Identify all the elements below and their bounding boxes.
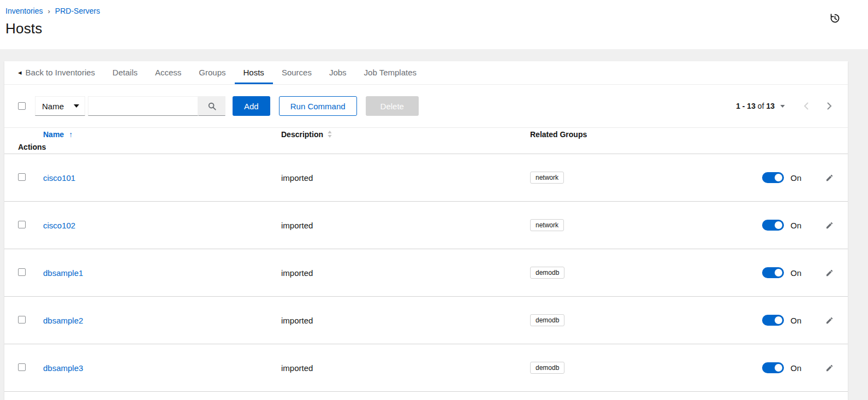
tab-back-label: Back to Inventories: [26, 68, 96, 77]
toggle-state-label: On: [790, 363, 801, 373]
tab-back-to-inventories[interactable]: ◂ Back to Inventories: [9, 61, 104, 84]
host-enabled-toggle[interactable]: [762, 267, 784, 278]
table-header-row: Name ↑ Description Related Groups Action…: [4, 128, 848, 154]
pagination-of-label: of: [758, 102, 764, 110]
tab-label: Sources: [282, 68, 312, 77]
tab-label: Groups: [199, 68, 225, 77]
host-description: imported: [281, 268, 530, 278]
search-icon: [208, 102, 216, 110]
host-name-link[interactable]: dbsample3: [43, 363, 83, 373]
toggle-knob: [775, 269, 782, 277]
inventory-hosts-panel: ◂ Back to Inventories Details Access Gro…: [4, 61, 848, 400]
host-enabled-toggle[interactable]: [762, 172, 784, 183]
filter-key-value: Name: [42, 102, 64, 111]
search-group: [88, 96, 225, 116]
breadcrumb-link-inventories[interactable]: Inventories: [5, 7, 43, 15]
pagination-range: 1 - 13: [736, 102, 756, 110]
column-header-actions: Actions: [18, 143, 43, 151]
history-button[interactable]: [828, 11, 842, 25]
toolbar-right: 1 - 13 of 13: [736, 99, 835, 113]
related-group-chip[interactable]: demodb: [530, 267, 564, 279]
hosts-table-body: cisco101 imported network On cisco102 im…: [4, 154, 848, 392]
tab-hosts[interactable]: Hosts: [235, 61, 273, 84]
related-group-chip[interactable]: network: [530, 219, 564, 231]
related-group-chip[interactable]: demodb: [530, 362, 564, 374]
host-description: imported: [281, 221, 530, 230]
related-group-chip[interactable]: network: [530, 172, 564, 184]
edit-host-button[interactable]: [824, 220, 835, 231]
next-page-button[interactable]: [824, 99, 835, 113]
toggle-state-label: On: [790, 221, 801, 230]
host-name-link[interactable]: dbsample2: [43, 316, 83, 325]
toggle-state-label: On: [790, 268, 801, 278]
breadcrumb-link-inventory[interactable]: PRD-Servers: [55, 7, 100, 15]
chevron-right-icon: [827, 102, 832, 110]
tab-access[interactable]: Access: [146, 61, 190, 84]
pagination-dropdown[interactable]: 1 - 13 of 13: [736, 102, 785, 110]
pagination-total: 13: [766, 102, 775, 110]
host-description: imported: [281, 173, 530, 183]
add-button[interactable]: Add: [233, 96, 270, 116]
breadcrumb: Inventories › PRD-Servers: [5, 5, 843, 15]
tab-job-templates[interactable]: Job Templates: [355, 61, 425, 84]
pencil-icon: [825, 364, 834, 372]
edit-host-button[interactable]: [824, 267, 835, 279]
tab-label: Details: [112, 68, 138, 77]
history-icon: [829, 13, 841, 24]
host-enabled-toggle[interactable]: [762, 220, 784, 231]
toggle-knob: [775, 364, 782, 372]
select-all-checkbox[interactable]: [18, 102, 26, 110]
table-row: cisco101 imported network On: [4, 154, 848, 202]
toggle-knob: [775, 221, 782, 229]
table-row: dbsample2 imported demodb On: [4, 297, 848, 344]
toggle-knob: [775, 316, 782, 324]
pencil-icon: [825, 221, 834, 230]
search-input[interactable]: [88, 96, 198, 116]
toggle-state-label: On: [790, 173, 801, 183]
related-group-chip[interactable]: demodb: [530, 314, 564, 326]
pencil-icon: [825, 269, 834, 277]
host-name-link[interactable]: dbsample1: [43, 268, 83, 278]
tab-bar: ◂ Back to Inventories Details Access Gro…: [4, 61, 848, 85]
tab-details[interactable]: Details: [104, 61, 146, 84]
tab-groups[interactable]: Groups: [190, 61, 234, 84]
host-enabled-toggle[interactable]: [762, 315, 784, 326]
search-button[interactable]: [198, 96, 225, 116]
tab-label: Job Templates: [364, 68, 417, 77]
tab-jobs[interactable]: Jobs: [320, 61, 355, 84]
column-header-name[interactable]: Name ↑: [43, 130, 281, 139]
delete-button[interactable]: Delete: [366, 96, 419, 116]
row-checkbox[interactable]: [18, 316, 26, 323]
host-description: imported: [281, 363, 530, 373]
previous-page-button[interactable]: [800, 99, 812, 113]
table-row: dbsample1 imported demodb On: [4, 249, 848, 297]
edit-host-button[interactable]: [824, 172, 835, 184]
filter-key-select[interactable]: Name: [35, 96, 85, 116]
row-checkbox[interactable]: [18, 363, 26, 371]
host-name-link[interactable]: cisco101: [43, 173, 75, 183]
toggle-knob: [775, 174, 782, 181]
table-row: cisco102 imported network On: [4, 202, 848, 249]
toolbar: Name Add Run Command Delete 1 -: [4, 85, 848, 128]
tab-label: Hosts: [243, 68, 264, 77]
row-checkbox[interactable]: [18, 268, 26, 276]
host-name-link[interactable]: cisco102: [43, 221, 75, 230]
breadcrumb-separator: ›: [47, 7, 50, 15]
tab-label: Jobs: [329, 68, 347, 77]
row-checkbox[interactable]: [18, 221, 26, 228]
tab-sources[interactable]: Sources: [273, 61, 320, 84]
sort-icon: [328, 131, 332, 138]
host-enabled-toggle[interactable]: [762, 362, 784, 373]
caret-down-icon: [74, 104, 79, 108]
arrow-up-icon: ↑: [69, 130, 73, 139]
edit-host-button[interactable]: [824, 315, 835, 326]
caret-down-icon: [780, 105, 785, 108]
column-header-description[interactable]: Description: [281, 130, 530, 139]
run-command-button[interactable]: Run Command: [279, 96, 357, 116]
row-checkbox[interactable]: [18, 173, 26, 181]
caret-left-icon: ◂: [18, 69, 22, 76]
column-label: Description: [281, 130, 323, 139]
chevron-left-icon: [804, 102, 808, 110]
edit-host-button[interactable]: [824, 362, 835, 374]
column-header-related-groups: Related Groups: [530, 130, 709, 139]
